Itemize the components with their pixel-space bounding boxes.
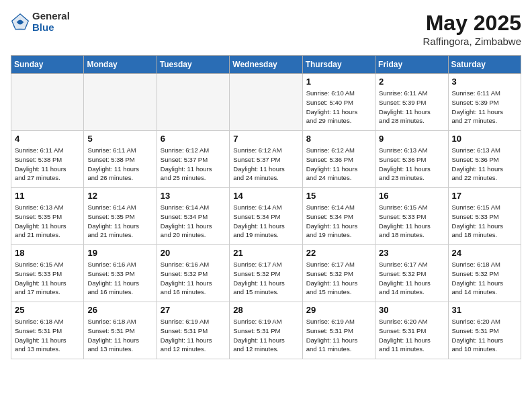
day-info: Sunrise: 6:13 AM Sunset: 5:35 PM Dayligh… [15,203,80,240]
day-number: 23 [379,248,444,258]
month-year-title: May 2025 [423,11,521,36]
day-number: 13 [161,191,226,201]
day-info: Sunrise: 6:15 AM Sunset: 5:33 PM Dayligh… [452,203,517,240]
week-row-3: 11Sunrise: 6:13 AM Sunset: 5:35 PM Dayli… [11,188,521,245]
logo-text: General Blue [32,11,70,33]
day-header-sunday: Sunday [11,56,84,74]
day-number: 7 [233,134,298,144]
day-header-monday: Monday [84,56,157,74]
day-header-wednesday: Wednesday [230,56,302,74]
day-number: 11 [15,191,80,201]
calendar-cell: 20Sunrise: 6:16 AM Sunset: 5:32 PM Dayli… [157,245,229,302]
day-header-saturday: Saturday [448,56,521,74]
calendar-cell: 10Sunrise: 6:13 AM Sunset: 5:36 PM Dayli… [448,131,521,188]
week-row-4: 18Sunrise: 6:15 AM Sunset: 5:33 PM Dayli… [11,245,521,302]
day-info: Sunrise: 6:11 AM Sunset: 5:39 PM Dayligh… [379,89,444,126]
calendar-cell: 7Sunrise: 6:12 AM Sunset: 5:37 PM Daylig… [230,131,302,188]
day-info: Sunrise: 6:14 AM Sunset: 5:35 PM Dayligh… [87,203,152,240]
week-row-1: 1Sunrise: 6:10 AM Sunset: 5:40 PM Daylig… [11,74,521,131]
day-number: 19 [87,248,152,258]
day-number: 16 [379,191,444,201]
calendar-cell: 13Sunrise: 6:14 AM Sunset: 5:34 PM Dayli… [157,188,229,245]
calendar-cell: 18Sunrise: 6:15 AM Sunset: 5:33 PM Dayli… [11,245,84,302]
calendar-cell: 2Sunrise: 6:11 AM Sunset: 5:39 PM Daylig… [375,74,448,131]
day-info: Sunrise: 6:15 AM Sunset: 5:33 PM Dayligh… [15,260,80,297]
logo: General Blue [11,11,70,33]
calendar-cell [230,74,302,131]
day-number: 27 [161,305,226,315]
calendar-cell: 16Sunrise: 6:15 AM Sunset: 5:33 PM Dayli… [375,188,448,245]
calendar-cell: 17Sunrise: 6:15 AM Sunset: 5:33 PM Dayli… [448,188,521,245]
day-number: 1 [306,77,371,87]
day-info: Sunrise: 6:12 AM Sunset: 5:37 PM Dayligh… [161,146,226,183]
day-number: 14 [233,191,298,201]
day-info: Sunrise: 6:19 AM Sunset: 5:31 PM Dayligh… [306,317,371,354]
day-info: Sunrise: 6:12 AM Sunset: 5:37 PM Dayligh… [233,146,298,183]
logo-blue-text: Blue [32,22,70,34]
day-info: Sunrise: 6:11 AM Sunset: 5:38 PM Dayligh… [87,146,152,183]
calendar-cell: 4Sunrise: 6:11 AM Sunset: 5:38 PM Daylig… [11,131,84,188]
calendar-cell: 11Sunrise: 6:13 AM Sunset: 5:35 PM Dayli… [11,188,84,245]
calendar-cell: 12Sunrise: 6:14 AM Sunset: 5:35 PM Dayli… [84,188,157,245]
day-number: 29 [306,305,371,315]
calendar-cell: 3Sunrise: 6:11 AM Sunset: 5:39 PM Daylig… [448,74,521,131]
day-number: 25 [15,305,80,315]
day-number: 20 [161,248,226,258]
calendar-cell: 23Sunrise: 6:17 AM Sunset: 5:32 PM Dayli… [375,245,448,302]
calendar-cell: 21Sunrise: 6:17 AM Sunset: 5:32 PM Dayli… [230,245,302,302]
location-subtitle: Raffingora, Zimbabwe [423,36,521,47]
calendar-cell: 31Sunrise: 6:20 AM Sunset: 5:31 PM Dayli… [448,302,521,359]
day-number: 21 [233,248,298,258]
calendar-cell: 14Sunrise: 6:14 AM Sunset: 5:34 PM Dayli… [230,188,302,245]
page-header: General Blue May 2025 Raffingora, Zimbab… [11,11,521,47]
day-info: Sunrise: 6:10 AM Sunset: 5:40 PM Dayligh… [306,89,371,126]
title-block: May 2025 Raffingora, Zimbabwe [423,11,521,47]
calendar-cell: 30Sunrise: 6:20 AM Sunset: 5:31 PM Dayli… [375,302,448,359]
day-number: 18 [15,248,80,258]
day-number: 15 [306,191,371,201]
day-info: Sunrise: 6:18 AM Sunset: 5:31 PM Dayligh… [15,317,80,354]
day-info: Sunrise: 6:15 AM Sunset: 5:33 PM Dayligh… [379,203,444,240]
day-info: Sunrise: 6:20 AM Sunset: 5:31 PM Dayligh… [452,317,517,354]
calendar-cell: 5Sunrise: 6:11 AM Sunset: 5:38 PM Daylig… [84,131,157,188]
day-info: Sunrise: 6:11 AM Sunset: 5:39 PM Dayligh… [452,89,517,126]
day-number: 8 [306,134,371,144]
calendar-cell: 24Sunrise: 6:18 AM Sunset: 5:32 PM Dayli… [448,245,521,302]
calendar-cell: 25Sunrise: 6:18 AM Sunset: 5:31 PM Dayli… [11,302,84,359]
day-info: Sunrise: 6:12 AM Sunset: 5:36 PM Dayligh… [306,146,371,183]
calendar-cell: 28Sunrise: 6:19 AM Sunset: 5:31 PM Dayli… [230,302,302,359]
day-info: Sunrise: 6:17 AM Sunset: 5:32 PM Dayligh… [306,260,371,297]
day-info: Sunrise: 6:14 AM Sunset: 5:34 PM Dayligh… [161,203,226,240]
day-number: 3 [452,77,517,87]
calendar-cell: 29Sunrise: 6:19 AM Sunset: 5:31 PM Dayli… [302,302,375,359]
day-info: Sunrise: 6:19 AM Sunset: 5:31 PM Dayligh… [161,317,226,354]
logo-general-text: General [32,11,70,22]
day-info: Sunrise: 6:19 AM Sunset: 5:31 PM Dayligh… [233,317,298,354]
day-info: Sunrise: 6:18 AM Sunset: 5:32 PM Dayligh… [452,260,517,297]
logo-icon [11,13,30,32]
day-number: 30 [379,305,444,315]
day-info: Sunrise: 6:17 AM Sunset: 5:32 PM Dayligh… [379,260,444,297]
day-info: Sunrise: 6:16 AM Sunset: 5:33 PM Dayligh… [87,260,152,297]
day-number: 4 [15,134,80,144]
day-number: 31 [452,305,517,315]
day-number: 5 [87,134,152,144]
day-number: 22 [306,248,371,258]
day-number: 10 [452,134,517,144]
day-number: 9 [379,134,444,144]
calendar-cell [157,74,229,131]
week-row-5: 25Sunrise: 6:18 AM Sunset: 5:31 PM Dayli… [11,302,521,359]
calendar-cell: 19Sunrise: 6:16 AM Sunset: 5:33 PM Dayli… [84,245,157,302]
header-row: SundayMondayTuesdayWednesdayThursdayFrid… [11,56,521,74]
day-header-friday: Friday [375,56,448,74]
calendar-cell: 26Sunrise: 6:18 AM Sunset: 5:31 PM Dayli… [84,302,157,359]
calendar-cell: 8Sunrise: 6:12 AM Sunset: 5:36 PM Daylig… [302,131,375,188]
calendar-cell [11,74,84,131]
calendar-cell: 22Sunrise: 6:17 AM Sunset: 5:32 PM Dayli… [302,245,375,302]
day-header-tuesday: Tuesday [157,56,229,74]
calendar-cell: 9Sunrise: 6:13 AM Sunset: 5:36 PM Daylig… [375,131,448,188]
calendar-cell: 1Sunrise: 6:10 AM Sunset: 5:40 PM Daylig… [302,74,375,131]
day-number: 6 [161,134,226,144]
day-number: 2 [379,77,444,87]
calendar-cell: 27Sunrise: 6:19 AM Sunset: 5:31 PM Dayli… [157,302,229,359]
